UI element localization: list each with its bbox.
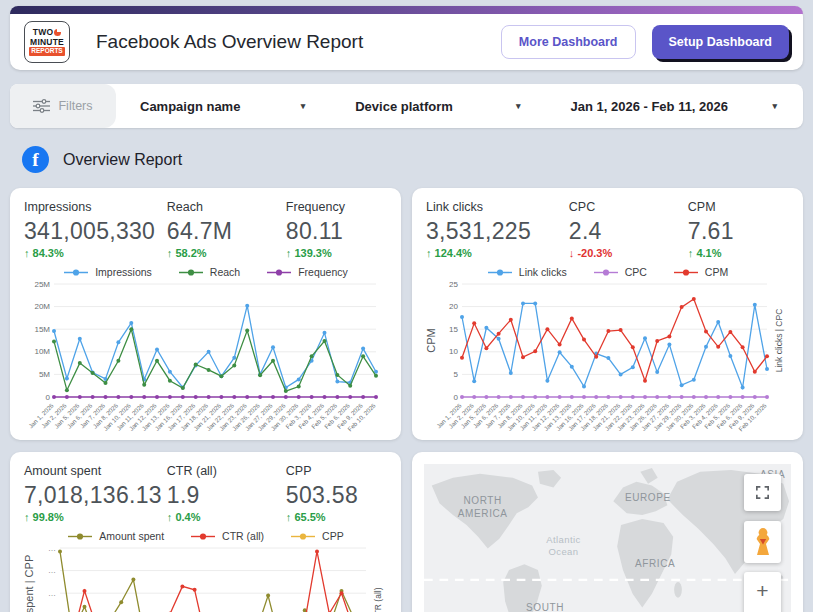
- metric-value: 7,018,136.13: [24, 482, 167, 509]
- metric-amount-spent: Amount spent 7,018,136.13 ↑ 99.8%: [24, 464, 167, 523]
- metric-delta: ↑ 65.5%: [286, 511, 387, 523]
- impressions-chart-canvas[interactable]: 05M10M15M20M25MJan 1, 2026Jan 2, 2026Jan…: [24, 279, 386, 435]
- campaign-name-filter[interactable]: Campaign name ▾: [116, 84, 331, 128]
- metric-cpp: CPP 503.58 ↑ 65.5%: [286, 464, 387, 523]
- two-minute-reports-logo: TWO MINUTE REPORTS: [24, 21, 70, 63]
- legend-marker-icon: [190, 532, 216, 541]
- legend-marker-icon: [63, 268, 89, 277]
- svg-text:20: 20: [449, 302, 458, 311]
- legend-label: Impressions: [95, 266, 152, 278]
- svg-text:10: 10: [449, 347, 458, 356]
- legend-item[interactable]: Impressions: [63, 266, 152, 278]
- svg-text:…: …: [48, 566, 56, 575]
- metric-delta: ↑ 4.1%: [688, 247, 789, 259]
- metric-delta-value: 124.4%: [435, 247, 472, 259]
- zoom-in-button[interactable]: +: [744, 572, 781, 609]
- legend-label: CPM: [705, 266, 728, 278]
- legend-item[interactable]: CTR (all): [190, 530, 264, 542]
- device-platform-filter[interactable]: Device platform ▾: [331, 84, 546, 128]
- logo-line1: TWO: [33, 28, 53, 37]
- chart-legend: ImpressionsReachFrequency: [24, 266, 387, 278]
- metric-value: 503.58: [286, 482, 387, 509]
- svg-text:Amount spent | CPP: Amount spent | CPP: [24, 555, 35, 612]
- world-map[interactable]: NORTH AMERICAEUROPEASIAAtlantic OceanAFR…: [424, 464, 791, 612]
- metric-value: 341,005,330: [24, 218, 167, 245]
- svg-text:15: 15: [449, 325, 458, 334]
- link-clicks-chart-canvas[interactable]: 0510152025Jan 1, 2026Jan 2, 2026Jan 5, 2…: [426, 279, 787, 435]
- legend-item[interactable]: Reach: [178, 266, 240, 278]
- cards-grid: Impressions 341,005,330 ↑ 84.3% Reach 64…: [10, 188, 803, 612]
- metric-delta-value: 99.8%: [33, 511, 64, 523]
- svg-text:15M: 15M: [34, 325, 50, 334]
- legend-marker-icon: [290, 532, 316, 541]
- svg-text:5M: 5M: [39, 370, 50, 379]
- section-title: Overview Report: [63, 151, 182, 169]
- metric-label: Reach: [167, 200, 286, 214]
- legend-item[interactable]: Link clicks: [487, 266, 567, 278]
- pegman-icon: [753, 527, 773, 557]
- filters-label: Filters: [58, 99, 92, 113]
- fullscreen-icon: [754, 484, 771, 501]
- legend-marker-icon: [67, 532, 93, 541]
- metric-link-clicks: Link clicks 3,531,225 ↑ 124.4%: [426, 200, 569, 259]
- logo-line3: REPORTS: [29, 47, 64, 56]
- filters-toggle[interactable]: Filters: [10, 84, 116, 128]
- chevron-down-icon: ▾: [301, 101, 306, 111]
- filters-sliders-icon: [33, 99, 50, 113]
- trend-arrow-icon: ↑: [688, 247, 694, 259]
- metric-label: CPM: [688, 200, 789, 214]
- page-title: Facebook Ads Overview Report: [96, 31, 501, 53]
- metric-delta: ↑ 0.4%: [167, 511, 286, 523]
- geo-map-card: NORTH AMERICAEUROPEASIAAtlantic OceanAFR…: [412, 452, 803, 612]
- trend-arrow-icon: ↑: [167, 247, 173, 259]
- metric-cpm: CPM 7.61 ↑ 4.1%: [688, 200, 789, 259]
- amount-spent-chart-canvas[interactable]: ………………Jan 1, 2026Jan 2, 2026Jan 5, 2026J…: [24, 543, 386, 612]
- metric-delta-value: 84.3%: [33, 247, 64, 259]
- map-pegman-button[interactable]: [744, 521, 781, 563]
- legend-marker-icon: [487, 268, 513, 277]
- legend-item[interactable]: CPC: [593, 266, 647, 278]
- metric-delta: ↑ 124.4%: [426, 247, 569, 259]
- metric-delta: ↑ 139.3%: [286, 247, 387, 259]
- campaign-name-filter-label: Campaign name: [140, 99, 240, 114]
- svg-text:10M: 10M: [34, 347, 50, 356]
- legend-item[interactable]: Amount spent: [67, 530, 164, 542]
- date-range-filter[interactable]: Jan 1, 2026 - Feb 11, 2026 ▾: [546, 84, 803, 128]
- svg-text:0: 0: [454, 393, 459, 402]
- trend-arrow-icon: ↑: [24, 511, 30, 523]
- legend-marker-icon: [593, 268, 619, 277]
- metric-value: 3,531,225: [426, 218, 569, 245]
- legend-label: Amount spent: [99, 530, 164, 542]
- metric-delta-value: -20.3%: [577, 247, 612, 259]
- svg-text:…: …: [48, 589, 56, 598]
- legend-marker-icon: [266, 268, 292, 277]
- map-fullscreen-button[interactable]: [744, 474, 781, 511]
- chevron-down-icon: ▾: [516, 101, 521, 111]
- metric-impressions: Impressions 341,005,330 ↑ 84.3%: [24, 200, 167, 259]
- svg-text:CPM: CPM: [426, 328, 437, 352]
- metric-delta-value: 4.1%: [696, 247, 721, 259]
- metric-label: Frequency: [286, 200, 387, 214]
- legend-item[interactable]: CPM: [673, 266, 728, 278]
- world-map-canvas: [424, 464, 791, 612]
- setup-dashboard-button[interactable]: Setup Dashboard: [652, 25, 790, 59]
- metric-delta: ↑ 99.8%: [24, 511, 167, 523]
- legend-item[interactable]: Frequency: [266, 266, 348, 278]
- metric-label: CTR (all): [167, 464, 286, 478]
- trend-arrow-icon: ↑: [24, 247, 30, 259]
- svg-text:25M: 25M: [34, 280, 50, 289]
- link-clicks-card: Link clicks 3,531,225 ↑ 124.4% CPC 2.4 ↓…: [412, 188, 803, 440]
- metric-value: 7.61: [688, 218, 789, 245]
- metric-value: 64.7M: [167, 218, 286, 245]
- chart-legend: Amount spentCTR (all)CPP: [24, 530, 387, 542]
- more-dashboard-button[interactable]: More Dashboard: [501, 25, 636, 59]
- filters-bar: Filters Campaign name ▾ Device platform …: [10, 84, 803, 128]
- metric-label: CPP: [286, 464, 387, 478]
- metric-label: Link clicks: [426, 200, 569, 214]
- metric-label: Amount spent: [24, 464, 167, 478]
- trend-arrow-icon: ↑: [286, 511, 292, 523]
- header-gradient-bar: [10, 6, 803, 14]
- trend-arrow-icon: ↑: [426, 247, 432, 259]
- map-zoom-control[interactable]: + −: [744, 572, 781, 612]
- legend-item[interactable]: CPP: [290, 530, 344, 542]
